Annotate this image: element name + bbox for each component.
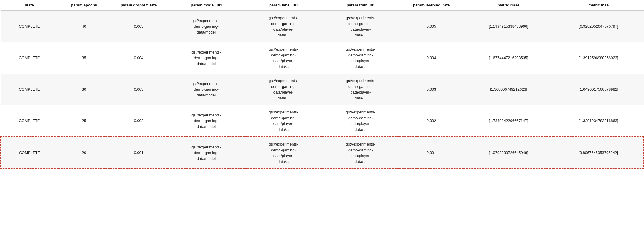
cell-epochs: 25 xyxy=(58,105,110,137)
cell-epochs: 40 xyxy=(58,11,110,42)
cell-epochs: 35 xyxy=(58,42,110,74)
col-header-model-uri: param.model_uri xyxy=(168,0,245,11)
cell-label-uri: gs://experiments- demo-gaming- data/play… xyxy=(245,137,322,169)
cell-label-uri: gs://experiments- demo-gaming- data/play… xyxy=(245,42,322,74)
col-header-learning-rate: param.learning_rate xyxy=(399,0,463,11)
cell-train-uri: gs://experiments- demo-gaming- data/play… xyxy=(322,42,399,74)
table-header-row: state param.epochs param.dropout_rate pa… xyxy=(1,0,644,11)
cell-dropout-rate: 0.004 xyxy=(110,42,168,74)
cell-rmse: [1.1994915338433996] xyxy=(463,11,554,42)
cell-mae: [0.8067645053795942] xyxy=(554,137,644,169)
cell-model-uri: gs://experiments- demo-gaming- data/mode… xyxy=(168,11,245,42)
table-row[interactable]: COMPLETE400.005gs://experiments- demo-ga… xyxy=(1,11,644,42)
cell-rmse: [1.368606749212623] xyxy=(463,74,554,105)
cell-rmse: [1.6774447216293535] xyxy=(463,42,554,74)
col-header-epochs: param.epochs xyxy=(58,0,110,11)
cell-dropout-rate: 0.002 xyxy=(110,105,168,137)
col-header-rmse: metric.rmse xyxy=(463,0,554,11)
cell-learning-rate: 0.001 xyxy=(399,137,463,169)
cell-mae: [1.0496017500678982] xyxy=(554,74,644,105)
cell-label-uri: gs://experiments- demo-gaming- data/play… xyxy=(245,74,322,105)
col-header-label-uri: param.label_uri xyxy=(245,0,322,11)
cell-model-uri: gs://experiments- demo-gaming- data/mode… xyxy=(168,137,245,169)
cell-dropout-rate: 0.001 xyxy=(110,137,168,169)
col-header-state: state xyxy=(1,0,58,11)
cell-learning-rate: 0.005 xyxy=(399,11,463,42)
experiments-table: state param.epochs param.dropout_rate pa… xyxy=(0,0,644,169)
cell-train-uri: gs://experiments- demo-gaming- data/play… xyxy=(322,137,399,169)
cell-mae: [0.9282052047070797] xyxy=(554,11,644,42)
cell-learning-rate: 0.003 xyxy=(399,74,463,105)
cell-learning-rate: 0.002 xyxy=(399,105,463,137)
cell-mae: [1.3291234783216863] xyxy=(554,105,644,137)
col-header-train-uri: param.train_uri xyxy=(322,0,399,11)
cell-state: COMPLETE xyxy=(1,105,58,137)
cell-label-uri: gs://experiments- demo-gaming- data/play… xyxy=(245,11,322,42)
cell-state: COMPLETE xyxy=(1,137,58,169)
cell-train-uri: gs://experiments- demo-gaming- data/play… xyxy=(322,74,399,105)
cell-rmse: [1.7340842296667147] xyxy=(463,105,554,137)
col-header-dropout-rate: param.dropout_rate xyxy=(110,0,168,11)
table-row[interactable]: COMPLETE350.004gs://experiments- demo-ga… xyxy=(1,42,644,74)
cell-rmse: [1.0703339726645948] xyxy=(463,137,554,169)
cell-train-uri: gs://experiments- demo-gaming- data/play… xyxy=(322,11,399,42)
cell-dropout-rate: 0.005 xyxy=(110,11,168,42)
cell-mae: [1.3912596980966023] xyxy=(554,42,644,74)
cell-model-uri: gs://experiments- demo-gaming- data/mode… xyxy=(168,105,245,137)
cell-state: COMPLETE xyxy=(1,42,58,74)
cell-model-uri: gs://experiments- demo-gaming- data/mode… xyxy=(168,74,245,105)
cell-dropout-rate: 0.003 xyxy=(110,74,168,105)
cell-train-uri: gs://experiments- demo-gaming- data/play… xyxy=(322,105,399,137)
table-row[interactable]: COMPLETE300.003gs://experiments- demo-ga… xyxy=(1,74,644,105)
cell-epochs: 30 xyxy=(58,74,110,105)
cell-state: COMPLETE xyxy=(1,11,58,42)
col-header-mae: metric.mae xyxy=(554,0,644,11)
cell-learning-rate: 0.004 xyxy=(399,42,463,74)
table-row[interactable]: COMPLETE200.001gs://experiments- demo-ga… xyxy=(1,137,644,169)
cell-model-uri: gs://experiments- demo-gaming- data/mode… xyxy=(168,42,245,74)
table-row[interactable]: COMPLETE250.002gs://experiments- demo-ga… xyxy=(1,105,644,137)
cell-label-uri: gs://experiments- demo-gaming- data/play… xyxy=(245,105,322,137)
cell-state: COMPLETE xyxy=(1,74,58,105)
cell-epochs: 20 xyxy=(58,137,110,169)
